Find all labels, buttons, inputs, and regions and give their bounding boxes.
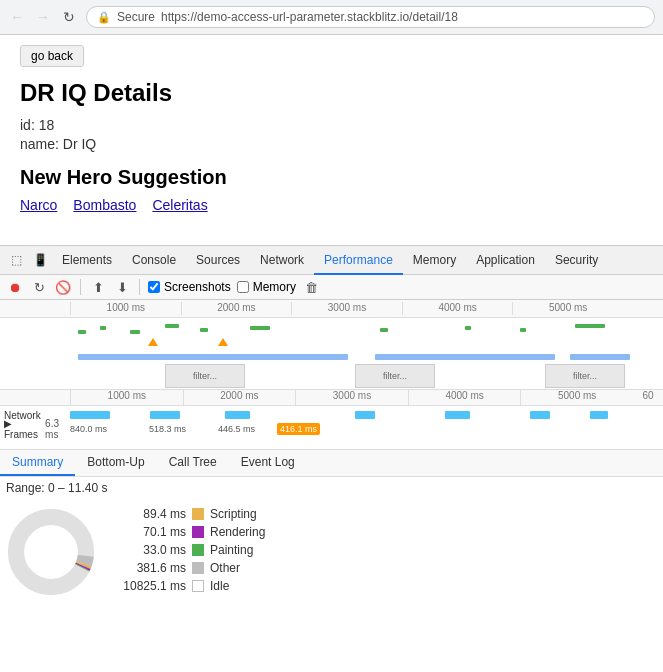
stats-table: 89.4 ms Scripting 70.1 ms Rendering 33.0… (116, 507, 657, 597)
tab-call-tree[interactable]: Call Tree (157, 450, 229, 476)
tab-elements[interactable]: Elements (52, 247, 122, 275)
idle-label: Idle (210, 579, 229, 593)
stats-row-idle: 10825.1 ms Idle (116, 579, 657, 593)
ruler-4000: 4000 ms (402, 302, 513, 315)
ruler-5000: 5000 ms (512, 302, 623, 315)
screenshot-thumb-1: filter... (165, 364, 245, 388)
network-ruler: 1000 ms 2000 ms 3000 ms 4000 ms 5000 ms … (0, 390, 663, 406)
hero-link-bombasto[interactable]: Bombasto (73, 197, 136, 213)
hero-link-narco[interactable]: Narco (20, 197, 57, 213)
id-detail: id: 18 (20, 117, 643, 133)
screenshots-checkbox[interactable] (148, 281, 160, 293)
painting-ms: 33.0 ms (116, 543, 186, 557)
tab-security[interactable]: Security (545, 247, 608, 275)
go-back-button[interactable]: go back (20, 45, 84, 67)
stats-row-other: 381.6 ms Other (116, 561, 657, 575)
tab-sources[interactable]: Sources (186, 247, 250, 275)
url-text: https://demo-access-url-parameter.stackb… (161, 10, 458, 24)
hero-link-celeritas[interactable]: Celeritas (152, 197, 207, 213)
network-row-network: Network (0, 408, 663, 422)
secure-label: Secure (117, 10, 155, 24)
tab-event-log[interactable]: Event Log (229, 450, 307, 476)
svg-point-1 (16, 517, 86, 587)
rendering-ms: 70.1 ms (116, 525, 186, 539)
timeline-visual[interactable]: filter... filter... filter... (0, 318, 663, 390)
screenshot-thumb-2: filter... (355, 364, 435, 388)
frames-label: ▶ Frames 6.3 ms (0, 418, 70, 440)
tab-network[interactable]: Network (250, 247, 314, 275)
network-row-frames: ▶ Frames 6.3 ms 840.0 ms 518.3 ms 446.5 … (0, 422, 663, 436)
screenshots-checkbox-label: Screenshots (148, 280, 231, 294)
reload-record-button[interactable]: ↻ (30, 278, 48, 296)
idle-ms: 10825.1 ms (116, 579, 186, 593)
clear-button[interactable]: 🚫 (54, 278, 72, 296)
painting-swatch (192, 544, 204, 556)
network-bars (70, 410, 633, 420)
other-ms: 381.6 ms (116, 561, 186, 575)
separator2 (139, 279, 140, 295)
ruler-3000: 3000 ms (291, 302, 402, 315)
devtools-panel: ⬚ 📱 Elements Console Sources Network Per… (0, 245, 663, 605)
idle-swatch (192, 580, 204, 592)
network-rows: Network ▶ Frames 6.3 ms (0, 406, 663, 438)
tab-console[interactable]: Console (122, 247, 186, 275)
donut-chart (6, 507, 96, 597)
tab-memory[interactable]: Memory (403, 247, 466, 275)
frames-bars: 840.0 ms 518.3 ms 446.5 ms 416.1 ms (70, 424, 633, 434)
trash-button[interactable]: 🗑 (302, 278, 320, 296)
page-content: go back DR IQ Details id: 18 name: Dr IQ… (0, 35, 663, 245)
highlight-timing: 416.1 ms (277, 423, 320, 435)
painting-label: Painting (210, 543, 253, 557)
timeline-area: 1000 ms 2000 ms 3000 ms 4000 ms 5000 ms (0, 300, 663, 390)
upload-button[interactable]: ⬆ (89, 278, 107, 296)
record-button[interactable]: ⏺ (6, 278, 24, 296)
address-bar[interactable]: 🔒 Secure https://demo-access-url-paramet… (86, 6, 655, 28)
memory-checkbox-label: Memory (237, 280, 296, 294)
ruler-1000: 1000 ms (70, 302, 181, 315)
stats-area: 89.4 ms Scripting 70.1 ms Rendering 33.0… (0, 499, 663, 605)
perf-toolbar: ⏺ ↻ 🚫 ⬆ ⬇ Screenshots Memory 🗑 (0, 275, 663, 300)
memory-label: Memory (253, 280, 296, 294)
secure-icon: 🔒 (97, 11, 111, 24)
forward-button[interactable]: → (34, 8, 52, 26)
other-swatch (192, 562, 204, 574)
tab-summary[interactable]: Summary (0, 450, 75, 476)
hero-links: Narco Bombasto Celeritas (20, 197, 643, 213)
network-panel: 1000 ms 2000 ms 3000 ms 4000 ms 5000 ms … (0, 390, 663, 450)
tab-bottom-up[interactable]: Bottom-Up (75, 450, 156, 476)
scripting-swatch (192, 508, 204, 520)
rendering-label: Rendering (210, 525, 265, 539)
other-label: Other (210, 561, 240, 575)
download-button[interactable]: ⬇ (113, 278, 131, 296)
stats-row-scripting: 89.4 ms Scripting (116, 507, 657, 521)
screenshot-thumb-3: filter... (545, 364, 625, 388)
reload-button[interactable]: ↻ (60, 8, 78, 26)
ruler-2000: 2000 ms (181, 302, 292, 315)
hero-title: New Hero Suggestion (20, 166, 643, 189)
stats-row-painting: 33.0 ms Painting (116, 543, 657, 557)
memory-checkbox[interactable] (237, 281, 249, 293)
back-button[interactable]: ← (8, 8, 26, 26)
page-title: DR IQ Details (20, 79, 643, 107)
screenshots-label: Screenshots (164, 280, 231, 294)
device-icon[interactable]: 📱 (28, 246, 52, 274)
name-detail: name: Dr IQ (20, 136, 643, 152)
range-label: Range: 0 – 11.40 s (0, 477, 663, 499)
tab-application[interactable]: Application (466, 247, 545, 275)
tab-performance[interactable]: Performance (314, 247, 403, 275)
scripting-label: Scripting (210, 507, 257, 521)
summary-tab-bar: Summary Bottom-Up Call Tree Event Log (0, 450, 663, 477)
scripting-ms: 89.4 ms (116, 507, 186, 521)
timeline-ruler: 1000 ms 2000 ms 3000 ms 4000 ms 5000 ms (0, 300, 663, 318)
rendering-swatch (192, 526, 204, 538)
devtools-tab-bar: ⬚ 📱 Elements Console Sources Network Per… (0, 246, 663, 275)
browser-bar: ← → ↻ 🔒 Secure https://demo-access-url-p… (0, 0, 663, 35)
inspect-icon[interactable]: ⬚ (4, 246, 28, 274)
separator1 (80, 279, 81, 295)
stats-row-rendering: 70.1 ms Rendering (116, 525, 657, 539)
